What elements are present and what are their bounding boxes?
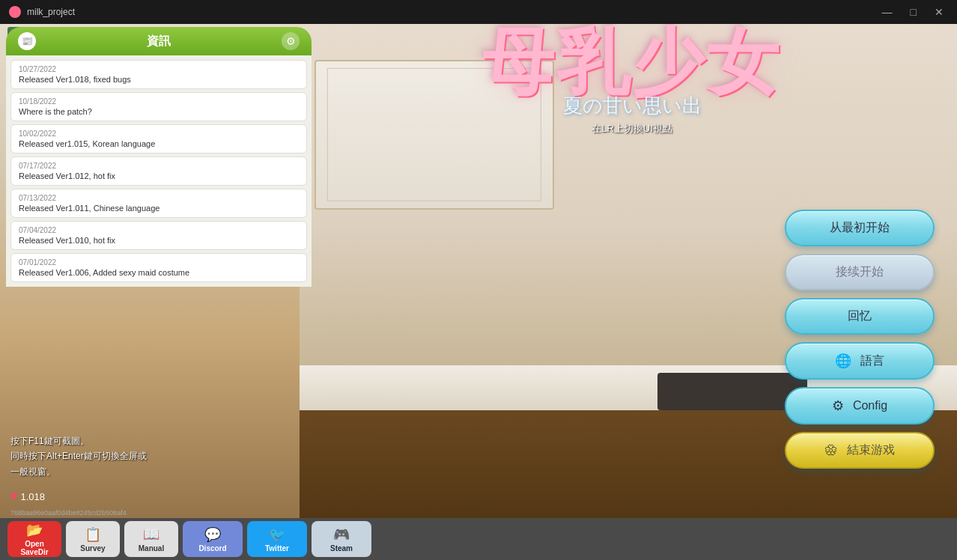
twitter-icon: 🐦 <box>269 526 285 543</box>
titlebar-left: milk_project <box>9 6 75 18</box>
app-icon <box>9 6 21 18</box>
globe-icon: 🌐 <box>835 353 851 369</box>
news-text: Released Ver1.012, hot fix <box>19 171 299 180</box>
news-date: 07/13/2022 <box>19 194 299 202</box>
discord-label: Discord <box>198 544 226 553</box>
news-date: 10/27/2022 <box>19 65 299 73</box>
app-title: milk_project <box>27 7 75 17</box>
hint-line1: 按下F11鍵可截圖。 <box>10 433 147 448</box>
manual-button[interactable]: 📖 Manual <box>124 521 178 557</box>
end-game-icon: 🏵 <box>824 442 838 458</box>
news-panel: 📰 資訊 ⚙ 10/27/2022 Released Ver1.018, fix… <box>6 27 312 287</box>
news-text: Released Ver1.010, hot fix <box>19 236 299 245</box>
folder-icon: 📂 <box>26 522 43 538</box>
end-game-label: 結束游戏 <box>847 442 895 458</box>
titlebar-controls[interactable]: — □ ✕ <box>878 4 948 19</box>
language-label: 語言 <box>860 353 884 369</box>
news-date: 10/02/2022 <box>19 130 299 138</box>
news-date: 07/01/2022 <box>19 258 299 267</box>
end-game-button[interactable]: 🏵 結束游戏 <box>785 432 935 469</box>
news-text: Released Ver1.018, fixed bugs <box>19 75 299 84</box>
news-text: Released Ver1.011, Chinese language <box>19 204 299 213</box>
config-label: Config <box>853 399 887 413</box>
game-title: 母乳少女 夏の甘い思い出 在LR上切換UI視點 <box>307 27 957 136</box>
minimize-button[interactable]: — <box>878 4 897 19</box>
news-date: 07/17/2022 <box>19 162 299 170</box>
news-panel-title: 資訊 <box>147 34 171 49</box>
twitter-label: Twitter <box>265 544 289 553</box>
title-bar: milk_project — □ ✕ <box>0 0 957 24</box>
news-text: Released Ver1.006, Added sexy maid costu… <box>19 268 299 277</box>
hint-text: 按下F11鍵可截圖。 同時按下Alt+Enter鍵可切換全屏或 一般視窗。 <box>10 433 147 479</box>
gear-icon: ⚙ <box>832 398 844 414</box>
news-item[interactable]: 07/04/2022 Released Ver1.010, hot fix <box>10 221 307 250</box>
survey-label: Survey <box>80 544 105 553</box>
memory-button[interactable]: 回忆 <box>785 298 935 335</box>
hint-line2: 同時按下Alt+Enter鍵可切換全屏或 <box>10 448 147 463</box>
config-button[interactable]: ⚙ Config <box>785 387 935 424</box>
manual-icon: 📖 <box>143 526 160 543</box>
twitter-button[interactable]: 🐦 Twitter <box>247 521 307 557</box>
hint-line3: 一般視窗。 <box>10 464 147 479</box>
news-date: 07/04/2022 <box>19 226 299 234</box>
survey-button[interactable]: 📋 Survey <box>66 521 120 557</box>
discord-icon: 💬 <box>204 526 221 543</box>
news-date: 10/18/2022 <box>19 97 299 106</box>
news-text: Released ver1.015, Korean language <box>19 139 299 148</box>
steam-button[interactable]: 🎮 Steam <box>312 521 371 557</box>
ui-hint: 在LR上切換UI視點 <box>307 122 957 136</box>
steam-label: Steam <box>330 544 353 553</box>
continue-button[interactable]: 接续开始 <box>785 254 935 290</box>
main-menu: 从最初开始 接续开始 回忆 🌐 語言 ⚙ Config 🏵 結束游戏 <box>785 210 935 469</box>
manual-label: Manual <box>139 544 164 553</box>
title-sub: 夏の甘い思い出 <box>307 93 957 119</box>
steam-icon: 🎮 <box>333 526 350 543</box>
new-game-label: 从最初开始 <box>830 220 890 236</box>
news-item[interactable]: 07/13/2022 Released Ver1.011, Chinese la… <box>10 189 307 218</box>
news-header-icon: 📰 <box>18 32 36 50</box>
continue-label: 接续开始 <box>836 264 884 280</box>
news-header: 📰 資訊 ⚙ <box>6 27 312 55</box>
survey-icon: 📋 <box>85 526 101 543</box>
maximize-button[interactable]: □ <box>906 4 921 19</box>
title-main: 母乳少女 <box>307 27 957 99</box>
bottom-toolbar: 📂 OpenSaveDir 📋 Survey 📖 Manual 💬 Discor… <box>0 518 957 560</box>
hash-text: 768baa96e0aaf0d4be8245cd2b506af4 <box>10 509 127 517</box>
news-text: Where is the patch? <box>19 107 299 116</box>
news-item[interactable]: 07/17/2022 Released Ver1.012, hot fix <box>10 156 307 186</box>
discord-button[interactable]: 💬 Discord <box>183 521 243 557</box>
news-settings-icon[interactable]: ⚙ <box>282 32 300 50</box>
memory-label: 回忆 <box>848 308 872 324</box>
news-item[interactable]: 10/02/2022 Released ver1.015, Korean lan… <box>10 124 307 153</box>
news-body: 10/27/2022 Released Ver1.018, fixed bugs… <box>6 55 312 287</box>
language-button[interactable]: 🌐 語言 <box>785 342 935 380</box>
open-savedir-label: OpenSaveDir <box>20 540 48 556</box>
close-button[interactable]: ✕ <box>930 4 948 19</box>
news-item[interactable]: 10/27/2022 Released Ver1.018, fixed bugs <box>10 60 307 89</box>
heart-value: 1.018 <box>21 491 46 502</box>
heart-version: ♥ 1.018 <box>10 490 45 503</box>
heart-icon: ♥ <box>10 490 18 503</box>
news-item[interactable]: 07/01/2022 Released Ver1.006, Added sexy… <box>10 253 307 282</box>
open-savedir-button[interactable]: 📂 OpenSaveDir <box>7 521 61 557</box>
new-game-button[interactable]: 从最初开始 <box>785 210 935 246</box>
news-item[interactable]: 10/18/2022 Where is the patch? <box>10 92 307 121</box>
